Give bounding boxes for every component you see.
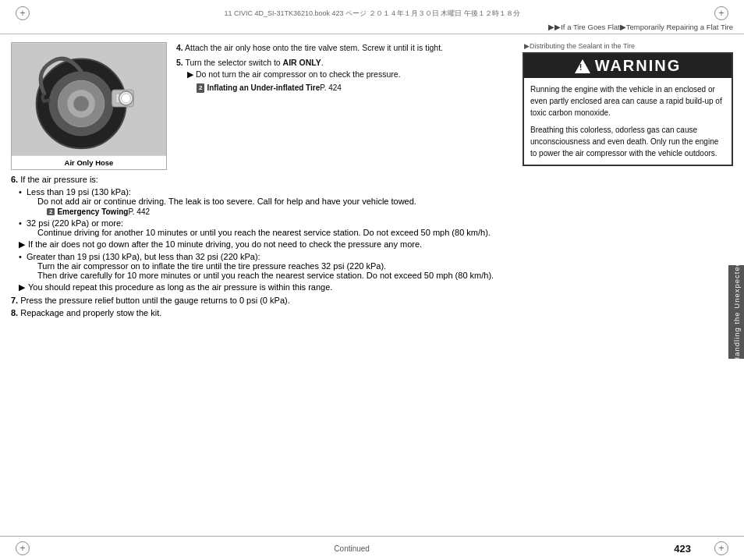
step-7: 7. Press the pressure relief button unti… [11, 296, 512, 305]
file-info: 11 CIVIC 4D_SI-31TK36210.book 423 ページ ２０… [224, 9, 519, 19]
bullet-1: Less than 19 psi (130 kPa): Do not add a… [19, 187, 512, 216]
steps-4-5: 4. Attach the air only hose onto the tir… [176, 42, 512, 97]
step-4: 4. Attach the air only hose onto the tir… [176, 42, 512, 54]
pressure-bullets-2: Greater than 19 psi (130 kPa), but less … [11, 252, 512, 280]
arrow-note-2: ▶ You should repeat this procedure as lo… [19, 282, 512, 292]
bullet-2: 32 psi (220 kPa) or more: Continue drivi… [19, 218, 512, 237]
top-corners: 11 CIVIC 4D_SI-31TK36210.book 423 ページ ２０… [0, 0, 744, 20]
corner-mark-br [714, 541, 728, 555]
top-section: Air Only Hose 4. Attach the air only hos… [11, 42, 512, 175]
warning-header: WARNING [524, 54, 732, 78]
page-container: 11 CIVIC 4D_SI-31TK36210.book 423 ページ ２０… [0, 0, 744, 560]
warning-body: Running the engine with the vehicle in a… [524, 78, 732, 165]
warning-section-label: ▶Distributing the Sealant in the Tire [523, 42, 733, 50]
corner-mark-tr [714, 6, 728, 20]
pressure-bullets: Less than 19 psi (130 kPa): Do not add a… [11, 187, 512, 237]
corner-mark-bl [16, 541, 30, 555]
image-caption: Air Only Hose [12, 156, 166, 169]
step-6: 6. If the air pressure is: [11, 175, 512, 184]
page-number: 423 [674, 543, 691, 555]
step-8: 8. Repackage and properly stow the kit. [11, 308, 512, 317]
breadcrumb: ▶▶If a Tire Goes Flat▶Temporarily Repair… [0, 20, 744, 34]
bottom-bar: Continued 423 [0, 536, 744, 560]
right-column: ▶Distributing the Sealant in the Tire WA… [523, 42, 733, 518]
main-content: Air Only Hose 4. Attach the air only hos… [0, 34, 744, 524]
warning-triangle-icon [575, 59, 590, 73]
svg-point-5 [73, 96, 89, 112]
warning-box: WARNING Running the engine with the vehi… [523, 52, 733, 166]
arrow-note-1: ▶ If the air does not go down after the … [19, 239, 512, 250]
ref-emergency-towing: 2 Emergency Towing P. 442 [47, 207, 512, 216]
side-tab: Handling the Unexpected [728, 265, 744, 359]
tire-image-box: Air Only Hose [11, 42, 167, 170]
left-column: Air Only Hose 4. Attach the air only hos… [11, 42, 512, 518]
svg-point-9 [122, 94, 131, 103]
tire-image [12, 43, 166, 156]
bullet-3: Greater than 19 psi (130 kPa), but less … [19, 252, 512, 280]
step-5: 5. Turn the selector switch to AIR ONLY.… [176, 57, 512, 94]
corner-mark-tl [16, 6, 30, 20]
ref-under-inflated: 2 Inflating an Under-inflated Tire P. 42… [197, 83, 512, 94]
